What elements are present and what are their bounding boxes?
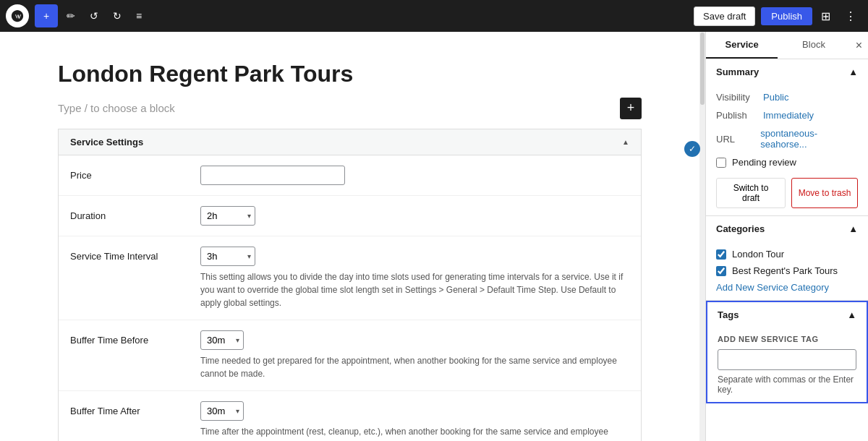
interval-select[interactable]: Default 30m 1h 1h30m 2h 2h30m 3h [200,247,255,266]
redo-button[interactable]: ↻ [107,6,127,26]
edit-tool-button[interactable]: ✏ [61,6,81,26]
pending-checkbox[interactable] [716,158,726,168]
categories-panel: Categories ▲ London Tour Best Regent's P… [706,216,868,301]
service-settings-form: Price 455 Duration Default 30m 1h 1h30m [58,155,642,441]
interval-label: Service Time Interval [70,247,200,262]
buffer-before-row: Buffer Time Before 0 15m 30m 45m 1h Time… [59,320,641,391]
publish-button[interactable]: Publish [761,7,812,25]
publish-label: Publish [716,110,763,121]
add-block-inline-button[interactable]: + [620,98,642,119]
category-item: London Tour [716,249,858,260]
summary-chevron-icon: ▲ [848,67,858,77]
visibility-value[interactable]: Public [763,92,788,103]
block-placeholder-text: Type / to choose a block [58,102,175,114]
url-row: URL spontaneous-seahorse... [716,128,858,150]
main-area: London Regent Park Tours Type / to choos… [0,32,868,441]
action-btns: Switch to draft Move to trash [716,178,858,208]
service-settings-header[interactable]: Service Settings ▲ [58,129,642,155]
service-settings-chevron: ▲ [622,138,629,146]
buffer-before-hint: Time needed to get prepared for the appo… [200,354,629,380]
price-input[interactable]: 455 [200,166,345,185]
categories-chevron-icon: ▲ [848,223,858,234]
add-block-topbar-button[interactable]: + [35,4,58,27]
interval-row: Service Time Interval Default 30m 1h 1h3… [59,236,641,320]
buffer-after-label: Buffer Time After [70,401,200,416]
undo-button[interactable]: ↺ [84,6,104,26]
buffer-before-select-wrap: 0 15m 30m 45m 1h [200,330,244,350]
categories-panel-header[interactable]: Categories ▲ [706,216,868,241]
summary-panel-header[interactable]: Summary ▲ [706,59,868,85]
visibility-row: Visibility Public [716,92,858,103]
price-control: 455 [200,166,629,185]
scrollbar-thumb [700,33,705,105]
buffer-before-select[interactable]: 0 15m 30m 45m 1h [200,330,244,350]
summary-panel-title: Summary [716,67,759,77]
category-london-tour-label: London Tour [732,249,784,260]
buffer-after-select[interactable]: 0 15m 30m 45m 1h [200,401,244,421]
move-to-trash-button[interactable]: Move to trash [791,178,858,208]
sidebar-close-button[interactable]: × [850,33,868,58]
switch-to-draft-button[interactable]: Switch to draft [716,178,786,208]
tags-panel-body: ADD NEW SERVICE TAG Separate with commas… [707,327,867,402]
categories-panel-title: Categories [716,223,765,234]
page-title: London Regent Park Tours [58,61,642,87]
add-tag-label: ADD NEW SERVICE TAG [718,335,856,343]
topbar: + ✏ ↺ ↻ ≡ Save draft Publish ⊞ ⋮ [0,0,868,32]
pending-row: Pending review [716,157,858,168]
interval-select-wrap: Default 30m 1h 1h30m 2h 2h30m 3h [200,247,255,266]
buffer-after-control: 0 15m 30m 45m 1h Time after the appointm… [200,401,629,441]
buffer-after-select-wrap: 0 15m 30m 45m 1h [200,401,244,421]
block-placeholder-area: Type / to choose a block + [58,102,642,114]
category-item: Best Regent's Park Tours [716,265,858,276]
tag-input[interactable] [718,349,856,370]
tab-service[interactable]: Service [706,32,778,59]
buffer-after-hint: Time after the appointment (rest, cleanu… [200,425,629,441]
tags-panel-title: Tags [718,309,739,320]
save-draft-button[interactable]: Save draft [694,7,755,26]
category-best-regents-checkbox[interactable] [716,266,726,276]
interval-control: Default 30m 1h 1h30m 2h 2h30m 3h This se… [200,247,629,309]
more-options-button[interactable]: ⋮ [839,5,862,27]
category-best-regents-label: Best Regent's Park Tours [732,265,838,276]
tags-chevron-icon: ▲ [847,309,856,320]
check-circle-icon: ✓ [684,141,700,157]
summary-panel: Summary ▲ Visibility Public Publish Imme… [706,59,868,216]
add-category-link[interactable]: Add New Service Category [716,282,858,293]
duration-label: Duration [70,206,200,221]
duration-row: Duration Default 30m 1h 1h30m 2h 2h30m 3… [59,196,641,236]
duration-select-wrap: Default 30m 1h 1h30m 2h 2h30m 3h [200,206,255,226]
interval-hint: This setting allows you to divide the da… [200,270,629,309]
buffer-after-row: Buffer Time After 0 15m 30m 45m 1h Time … [59,391,641,441]
settings-toggle-button[interactable]: ⊞ [815,5,836,27]
buffer-before-control: 0 15m 30m 45m 1h Time needed to get prep… [200,330,629,380]
url-label: URL [716,134,760,145]
buffer-before-label: Buffer Time Before [70,330,200,346]
tag-hint: Separate with commas or the Enter key. [718,374,856,395]
tab-block[interactable]: Block [778,32,849,59]
sidebar: Service Block × Summary ▲ Visibility Pub… [705,32,868,441]
tags-panel: Tags ▲ ADD NEW SERVICE TAG Separate with… [706,301,868,403]
duration-select[interactable]: Default 30m 1h 1h30m 2h 2h30m 3h [200,206,255,226]
price-label: Price [70,166,200,181]
summary-panel-body: Visibility Public Publish Immediately UR… [706,85,868,215]
scrollbar-track [699,32,705,441]
price-row: Price 455 [59,155,641,196]
publish-value[interactable]: Immediately [763,110,814,121]
url-value[interactable]: spontaneous-seahorse... [760,128,858,150]
publish-row: Publish Immediately [716,110,858,121]
wp-logo [6,4,29,27]
categories-panel-body: London Tour Best Regent's Park Tours Add… [706,241,868,300]
pending-label: Pending review [732,157,796,168]
category-london-tour-checkbox[interactable] [716,249,726,260]
visibility-label: Visibility [716,92,763,103]
tools-button[interactable]: ≡ [130,6,148,26]
editor-area: London Regent Park Tours Type / to choos… [0,32,699,441]
tags-panel-header[interactable]: Tags ▲ [707,302,867,327]
service-settings-label: Service Settings [70,137,143,147]
duration-control: Default 30m 1h 1h30m 2h 2h30m 3h [200,206,629,226]
sidebar-tabs-row: Service Block × [706,32,868,59]
